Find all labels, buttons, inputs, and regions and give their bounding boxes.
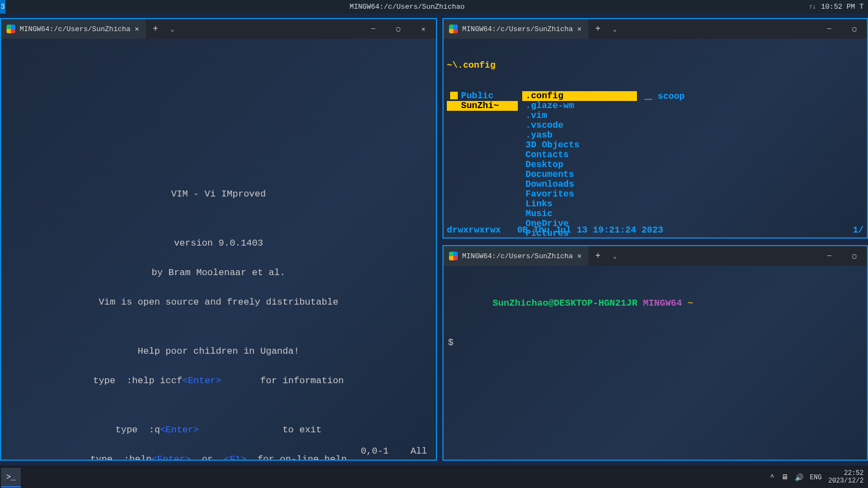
system-tray: ^ 🖥 🔊 ENG 22:52 2023/12/2	[770, 470, 868, 484]
list-item[interactable]: SunZhi~	[447, 101, 518, 111]
tab-menu-button[interactable]: ⌄	[608, 253, 622, 260]
vim-line: Help poor children in Uganda!	[1, 347, 436, 356]
vim-line: version 9.0.1403	[1, 239, 436, 248]
ranger-status-left: drwxrwxrwx 0B Thu Jul 13 19:21:24 2023	[447, 225, 663, 235]
maximize-button[interactable]: ▢	[842, 19, 867, 39]
vim-line: type :help iccf<Enter> for information	[1, 376, 436, 386]
list-item[interactable]: Downloads	[522, 180, 637, 189]
wm-workspace-badge[interactable]: 3	[0, 0, 5, 14]
tray-language[interactable]: ENG	[810, 474, 822, 481]
tab-shell[interactable]: MINGW64:/c/Users/SunZhicha ✕	[444, 246, 588, 266]
workspace: MINGW64:/c/Users/SunZhicha ✕ + ⌄ — ▢ ✕ V…	[0, 14, 868, 466]
list-item[interactable]: scoop	[641, 91, 864, 102]
ranger-parent-column[interactable]: PublicSunZhi~	[447, 91, 518, 237]
tray-volume-icon[interactable]: 🔊	[795, 473, 804, 482]
terminal-app-icon	[449, 252, 458, 260]
shell-prompt-line: SunZhichao@DESKTOP-HGN21JR MINGW64 ~	[448, 289, 863, 318]
ranger-current-column[interactable]: .config.glaze-wm.vim.vscode.yasb3D Objec…	[522, 91, 637, 237]
minimize-button[interactable]: —	[361, 19, 386, 39]
titlebar: MINGW64:/c/Users/SunZhicha ✕ + ⌄ — ▢	[444, 246, 867, 266]
tab-title: MINGW64:/c/Users/SunZhicha	[20, 25, 131, 33]
tab-title: MINGW64:/c/Users/SunZhicha	[462, 25, 573, 33]
list-item[interactable]: Contacts	[522, 150, 637, 160]
titlebar: MINGW64:/c/Users/SunZhicha ✕ + ⌄ — ▢ ✕	[1, 19, 436, 39]
terminal-window-shell: MINGW64:/c/Users/SunZhicha ✕ + ⌄ — ▢ Sun…	[442, 245, 868, 461]
close-tab-icon[interactable]: ✕	[577, 25, 582, 33]
minimize-button[interactable]: —	[817, 19, 842, 39]
tray-chevron-icon[interactable]: ^	[770, 473, 775, 481]
terminal-window-ranger: MINGW64:/c/Users/SunZhicha ✕ + ⌄ — ▢ ~\.…	[442, 18, 868, 239]
ranger-status-right: 1/	[853, 225, 864, 235]
wm-clock: 10:52 PM T	[821, 3, 864, 11]
vim-line: type :q<Enter> to exit	[1, 425, 436, 435]
minimize-button[interactable]: —	[817, 246, 842, 266]
list-item[interactable]: 3D Objects	[522, 140, 637, 150]
new-tab-button[interactable]: +	[588, 24, 608, 34]
ranger-path: ~\.config	[447, 61, 864, 70]
ranger-view[interactable]: ~\.config PublicSunZhi~ .config.glaze-wm…	[444, 39, 867, 237]
terminal-icon: >_	[7, 473, 16, 481]
shell-body[interactable]: SunZhichao@DESKTOP-HGN21JR MINGW64 ~ $	[444, 266, 867, 460]
list-item[interactable]: Public	[447, 91, 518, 101]
list-item[interactable]: Music	[522, 209, 637, 219]
wm-title: MINGW64:/c/Users/SunZhichao	[5, 3, 809, 11]
vim-line: by Bram Moolenaar et al.	[1, 268, 436, 278]
tab-menu-button[interactable]: ⌄	[608, 26, 622, 33]
titlebar: MINGW64:/c/Users/SunZhicha ✕ + ⌄ — ▢	[444, 19, 867, 39]
list-item[interactable]: Desktop	[522, 160, 637, 170]
maximize-button[interactable]: ▢	[842, 246, 867, 266]
terminal-app-icon	[7, 25, 15, 33]
vim-buffer[interactable]: VIM - Vi IMproved version 9.0.1403 by Br…	[1, 39, 436, 460]
taskbar: >_ ^ 🖥 🔊 ENG 22:52 2023/12/2	[0, 466, 868, 488]
tab-vim[interactable]: MINGW64:/c/Users/SunZhicha ✕	[1, 19, 146, 39]
tab-title: MINGW64:/c/Users/SunZhicha	[462, 252, 573, 260]
list-item[interactable]: Links	[522, 199, 637, 209]
wm-bar: 3 MINGW64:/c/Users/SunZhichao ↑↓ 10:52 P…	[0, 0, 868, 14]
taskbar-terminal-button[interactable]: >_	[1, 468, 21, 487]
vim-cursor-pos: 0,0-1	[361, 447, 388, 456]
new-tab-button[interactable]: +	[146, 24, 166, 34]
terminal-app-icon	[449, 25, 458, 33]
list-item[interactable]: .glaze-wm	[522, 101, 637, 111]
close-window-button[interactable]: ✕	[411, 19, 436, 39]
network-activity-icon: ↑↓	[809, 3, 816, 11]
new-tab-button[interactable]: +	[588, 251, 608, 261]
tray-clock[interactable]: 22:52 2023/12/2	[828, 470, 864, 484]
list-item[interactable]: Documents	[522, 170, 637, 180]
shell-prompt-char: $	[448, 338, 863, 348]
list-item[interactable]: Favorites	[522, 189, 637, 199]
list-item[interactable]: .vim	[522, 111, 637, 121]
list-item[interactable]: .yasb	[522, 130, 637, 140]
list-item[interactable]: .vscode	[522, 121, 637, 130]
close-tab-icon[interactable]: ✕	[577, 252, 582, 260]
tab-ranger[interactable]: MINGW64:/c/Users/SunZhicha ✕	[444, 19, 588, 39]
vim-scroll-pct: All	[410, 447, 427, 456]
close-tab-icon[interactable]: ✕	[135, 25, 139, 33]
ranger-preview-column[interactable]: scoop	[641, 91, 864, 237]
vim-line: Vim is open source and freely distributa…	[1, 297, 436, 307]
tab-menu-button[interactable]: ⌄	[166, 26, 180, 33]
terminal-window-vim: MINGW64:/c/Users/SunZhicha ✕ + ⌄ — ▢ ✕ V…	[0, 18, 437, 461]
vim-line: VIM - Vi IMproved	[1, 189, 436, 199]
maximize-button[interactable]: ▢	[386, 19, 411, 39]
list-item[interactable]: .config	[522, 91, 637, 101]
tray-display-icon[interactable]: 🖥	[781, 473, 788, 481]
